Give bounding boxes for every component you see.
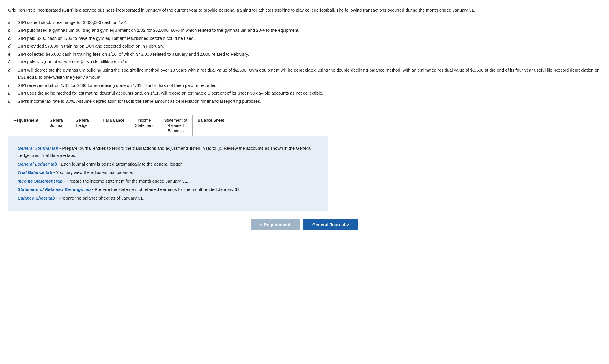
- transaction-item: i. GIPI uses the aging method for estima…: [8, 89, 601, 97]
- tab-statement-retained[interactable]: Statement ofRetainedEarnings: [159, 115, 193, 136]
- bottom-nav: < Requirement General Journal >: [8, 219, 601, 230]
- content-line: General Journal tab - Prepare journal en…: [18, 145, 319, 159]
- content-line: Balance Sheet tab - Prepare the balance …: [18, 194, 319, 202]
- tab-general-journal[interactable]: GeneralJournal: [44, 115, 70, 136]
- bold-label: General Ledger tab: [18, 162, 57, 166]
- content-box: General Journal tab - Prepare journal en…: [8, 136, 328, 211]
- tabs-section: RequirementGeneralJournalGeneralLedgerTr…: [8, 115, 601, 211]
- content-line: Income Statement tab - Prepare the incom…: [18, 177, 319, 185]
- prev-button[interactable]: < Requirement: [251, 219, 300, 230]
- transaction-item: g. GIPI will depreciate the gymnasium bu…: [8, 66, 601, 81]
- tabs-header: RequirementGeneralJournalGeneralLedgerTr…: [8, 115, 229, 136]
- tab-trial-balance[interactable]: Trial Balance: [96, 115, 130, 136]
- tab-requirement[interactable]: Requirement: [8, 115, 44, 136]
- bold-label: Statement of Retained Earnings tab: [18, 187, 91, 192]
- bold-label: Income Statement tab: [18, 179, 63, 183]
- transaction-item: h. GIPI received a bill on 1/31 for $480…: [8, 82, 601, 89]
- next-button[interactable]: General Journal >: [303, 219, 358, 230]
- transaction-item: f. GIPI paid $27,000 of wages and $9,500…: [8, 58, 601, 66]
- intro-paragraph: Grid Iron Prep Incorporated (GIPI) is a …: [8, 7, 601, 14]
- transaction-item: j. GIPI's income tax rate is 30%. Assume…: [8, 97, 601, 105]
- content-line: Statement of Retained Earnings tab - Pre…: [18, 186, 319, 193]
- transaction-item: a. GIPI issued stock in exchange for $20…: [8, 19, 601, 26]
- content-line: Trial Balance tab - You may view the adj…: [18, 169, 319, 176]
- tab-income-statement[interactable]: IncomeStatement: [130, 115, 159, 136]
- transaction-item: d. GIPI provided $7,000 in training on 1…: [8, 42, 601, 50]
- intro-text: Grid Iron Prep Incorporated (GIPI) is a …: [8, 7, 475, 12]
- bold-label: General Journal tab: [18, 146, 58, 151]
- transaction-item: b. GIPI purchased a gymnasium building a…: [8, 27, 601, 34]
- transaction-item: c. GIPI paid $200 cash on 1/03 to have t…: [8, 35, 601, 42]
- bold-label: Trial Balance tab: [18, 170, 52, 175]
- transaction-item: e. GIPI collected $45,000 cash in traini…: [8, 50, 601, 58]
- tab-balance-sheet[interactable]: Balance Sheet: [193, 115, 229, 136]
- transactions-list: a. GIPI issued stock in exchange for $20…: [8, 19, 601, 105]
- tab-general-ledger[interactable]: GeneralLedger: [70, 115, 96, 136]
- content-line: General Ledger tab - Each journal entry …: [18, 160, 319, 168]
- bold-label: Balance Sheet tab: [18, 196, 55, 200]
